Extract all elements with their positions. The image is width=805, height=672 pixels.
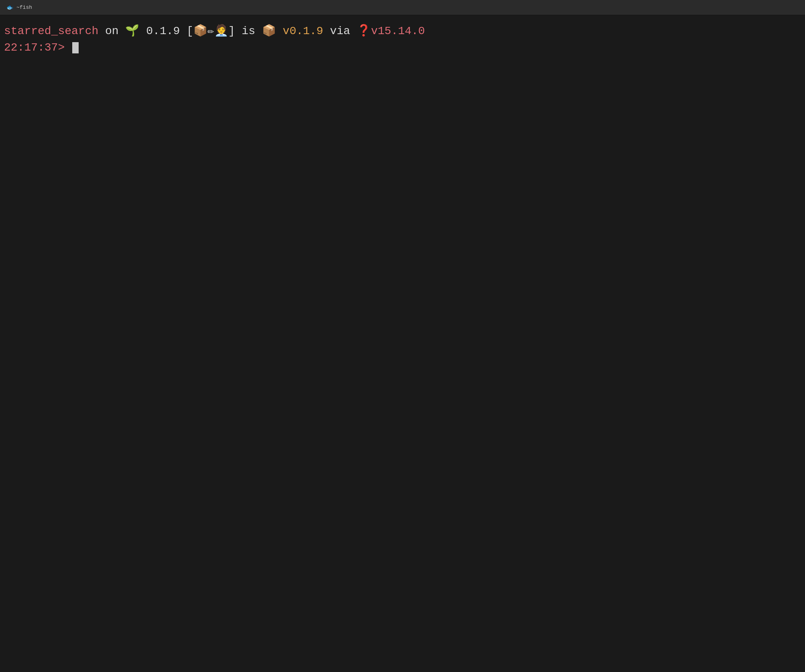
time: 22:17:37 bbox=[4, 40, 58, 55]
package-version: v0.1.9 bbox=[276, 23, 323, 39]
title-bar: 🐟 ~fish bbox=[0, 0, 805, 15]
project-name: starred_search bbox=[4, 23, 98, 39]
is-text: is bbox=[235, 23, 262, 39]
prompt-line-2: 22:17:37 > bbox=[4, 40, 801, 55]
package-icon: 📦 bbox=[262, 23, 276, 39]
title-bar-text: ~fish bbox=[16, 4, 32, 10]
prompt-symbol: > bbox=[58, 40, 71, 55]
node-version: v15.14.0 bbox=[371, 23, 425, 39]
on-text: on bbox=[98, 23, 125, 39]
branch-icon: 🌱 bbox=[125, 23, 139, 39]
via-text: via bbox=[323, 23, 357, 39]
prompt-line-1: starred_search on 🌱 0.1.9 [📦✏️🧑‍💼] is 📦 … bbox=[4, 23, 801, 39]
terminal-body: starred_search on 🌱 0.1.9 [📦✏️🧑‍💼] is 📦 … bbox=[0, 15, 805, 672]
cursor bbox=[72, 42, 79, 53]
fish-icon: 🐟 bbox=[6, 4, 13, 11]
branch-version: 0.1.9 bbox=[139, 23, 187, 39]
node-icon-wrapper: ❓ bbox=[357, 23, 371, 39]
status-icons: [📦✏️🧑‍💼] bbox=[187, 23, 235, 39]
